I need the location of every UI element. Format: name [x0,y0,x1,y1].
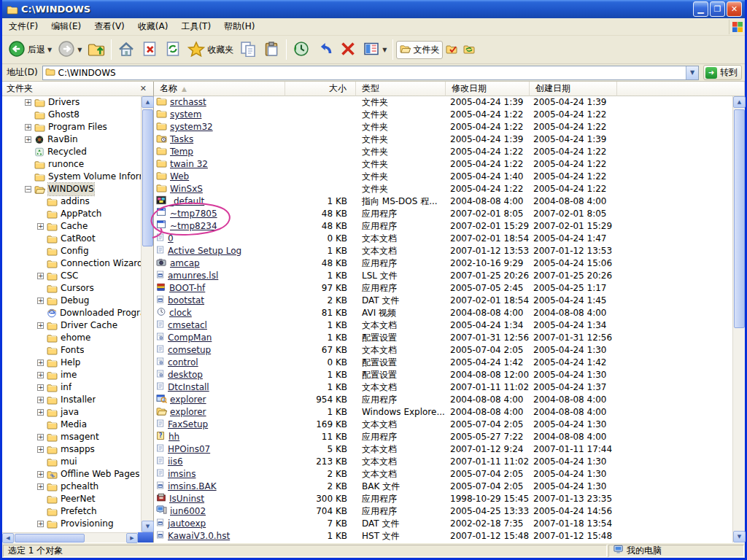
tree-item-label[interactable]: Config [61,245,89,257]
tree-item-label[interactable]: addins [61,195,90,208]
scroll-down-icon[interactable]: ▼ [733,531,746,542]
file-row-faxsetup[interactable]: FaxSetup 169 KB 文本文档 2005-07-04 2:05 200… [154,419,732,431]
file-row-compman[interactable]: CompMan 1 KB 配置设置 2007-01-31 12:56 2007-… [154,332,732,344]
tree-item-label[interactable]: Help [61,357,80,369]
restore-button[interactable]: ❐ [710,1,725,17]
file-name[interactable]: system32 [170,121,213,133]
list-scroll-thumb[interactable] [734,109,745,328]
file-row-temp[interactable]: Temp 文件夹 2005-04-24 1:22 2005-04-24 1:22 [154,146,732,158]
tree-item-offline-web-pages[interactable]: + Offline Web Pages [2,468,141,481]
tree-item-label[interactable]: Connection Wizard [61,257,141,270]
tree-item-label[interactable]: Offline Web Pages [61,468,139,481]
menu-item-edit[interactable]: 编辑(E) [44,18,88,35]
tree-item-label[interactable]: Debug [61,295,89,307]
scroll-up-icon[interactable]: ▲ [733,96,746,108]
chevron-down-icon[interactable]: ▼ [47,47,52,53]
tree-item-downloaded-progra[interactable]: Downloaded Progra [2,307,141,319]
expand-icon[interactable]: + [37,471,44,478]
expand-icon[interactable]: + [37,483,44,490]
expand-icon[interactable]: + [37,521,44,527]
tree-item-cache[interactable]: + Cache [2,220,141,233]
file-row-amcap[interactable]: amcap 48 KB 应用程序 2002-10-16 9:29 2005-04… [154,257,732,270]
tree-item-label[interactable]: WINDOWS [48,183,94,195]
chevron-down-icon[interactable]: ▼ [77,47,82,53]
file-row-tmp8234[interactable]: ~tmp8234 48 KB 应用程序 2007-02-01 15:29 200… [154,220,732,233]
tree-item-label[interactable]: PeerNet [61,493,96,505]
tree-item-ehome[interactable]: ehome [2,332,141,344]
expand-icon[interactable]: + [25,99,31,106]
expand-icon[interactable]: + [37,384,44,391]
tree-item-config[interactable]: Config [2,245,141,257]
menu-item-file[interactable]: 文件(F) [2,18,44,35]
file-row-explorer[interactable]: explorer 954 KB 应用程序 2004-08-08 4:00 200… [154,394,732,406]
file-name[interactable]: jautoexp [168,518,206,530]
tree-item-system-volume-inform[interactable]: System Volume Inform [2,171,141,183]
tree-item-driver-cache[interactable]: + Driver Cache [2,319,141,332]
tree-item-label[interactable]: Downloaded Progra [60,307,141,319]
file-row-jautoexp[interactable]: jautoexp 7 KB DAT 文件 2002-02-18 7:35 200… [154,518,732,530]
scroll-right-icon[interactable]: ▶ [126,533,138,543]
tree-item-windows[interactable]: − WINDOWS [2,183,141,195]
file-name[interactable]: CompMan [168,332,212,344]
file-row-explorer[interactable]: explorer 1 KB Windows Explore... 2004-08… [154,406,732,419]
expand-icon[interactable]: + [25,136,31,143]
file-name[interactable]: Temp [170,146,193,158]
expand-icon[interactable]: + [37,446,44,453]
file-row-iis6[interactable]: iis6 213 KB 文本文档 2007-01-11 11:02 2005-0… [154,456,732,468]
tree-item-label[interactable]: Cursors [61,282,94,295]
file-row-web[interactable]: Web 文件夹 2005-04-24 1:40 2005-04-24 1:22 [154,171,732,183]
tree-item-label[interactable]: Ghost8 [48,109,80,121]
delete-button[interactable] [336,39,360,61]
minimize-button[interactable]: ▁ [693,1,708,17]
file-name[interactable]: ~tmp8234 [170,220,217,233]
menu-item-favorites[interactable]: 收藏(A) [131,18,175,35]
tree-item-label[interactable]: mui [61,456,77,468]
file-row-srchasst[interactable]: srchasst 文件夹 2005-04-24 1:39 2005-04-24 … [154,96,732,109]
tree-item-provisioning[interactable]: + Provisioning [2,518,141,530]
tree-item-csc[interactable]: + CSC [2,270,141,282]
file-name[interactable]: explorer [170,394,206,406]
file-name[interactable]: DtcInstall [168,381,209,394]
tree-item-label[interactable]: inf [61,381,71,394]
expand-icon[interactable]: + [37,397,44,403]
expand-icon[interactable]: + [37,273,44,279]
list-vertical-scrollbar[interactable]: ▲ ▼ [732,96,745,542]
tree-item-label[interactable]: Installer [61,394,96,406]
tree-item-ime[interactable]: + ime [2,369,141,381]
tree-item-label[interactable]: CSC [61,270,78,282]
up-button[interactable] [85,39,108,61]
file-name[interactable]: comsetup [168,344,211,357]
file-name[interactable]: BOOT-hf [169,282,205,295]
file-name[interactable]: iun6002 [170,505,206,518]
file-row-comsetup[interactable]: comsetup 67 KB 文本文档 2005-07-04 2:05 2005… [154,344,732,357]
tree-item-ravbin[interactable]: + RavBin [2,133,141,146]
menu-item-view[interactable]: 查看(V) [88,18,131,35]
undo-button[interactable] [313,39,336,61]
tree-item-runonce[interactable]: runonce [2,158,141,171]
expand-icon[interactable]: + [37,223,44,230]
tree-item-peernet[interactable]: PeerNet [2,493,141,505]
tree-item-help[interactable]: + Help [2,357,141,369]
tree-item-label[interactable]: Recycled [47,146,87,158]
file-row-isuninst[interactable]: IsUninst 300 KB 应用程序 1998-10-29 15:45 20… [154,493,732,505]
tree-item-label[interactable]: runonce [48,158,84,171]
file-name[interactable]: imsins [168,468,196,481]
forward-button[interactable]: ▼ [55,39,85,61]
tree-item-label[interactable]: Cache [61,220,88,233]
tree-item-connection-wizard[interactable]: Connection Wizard [2,257,141,270]
collapse-icon[interactable]: − [25,186,31,192]
tree-vertical-scrollbar[interactable]: ▲ ▼ [141,96,153,532]
column-header-modified[interactable]: 修改日期 [446,82,530,96]
file-row-desktop[interactable]: desktop 1 KB 配置设置 2004-08-08 12:00 2005-… [154,369,732,381]
folder-sync-button[interactable] [460,42,478,58]
expand-icon[interactable]: + [37,434,44,440]
file-row-boot-hf[interactable]: BOOT-hf 97 KB 应用程序 2005-07-05 2:45 2005-… [154,282,732,295]
refresh-button[interactable] [161,39,185,61]
tree-item-pchealth[interactable]: + pchealth [2,481,141,493]
file-name[interactable]: twain 32 [170,158,208,171]
file-row-system[interactable]: system 文件夹 2005-04-24 1:22 2005-04-24 1:… [154,109,732,121]
file-row-tasks[interactable]: Tasks 文件夹 2005-04-24 1:39 2005-04-24 1:3… [154,133,732,146]
tree-item-label[interactable]: ime [61,369,77,381]
tree-item-label[interactable]: Fonts [61,344,84,357]
close-button[interactable]: ✕ [727,1,742,17]
